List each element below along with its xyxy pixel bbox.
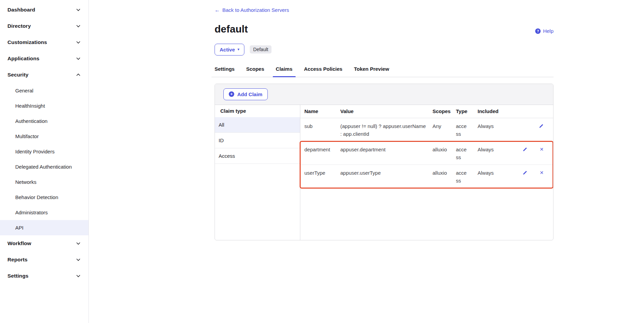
tab-token-preview[interactable]: Token Preview: [351, 66, 392, 77]
delete-claim-button[interactable]: ✕: [540, 147, 544, 152]
tab-bar: Settings Scopes Claims Access Policies T…: [212, 66, 554, 77]
sidebar-item-authentication[interactable]: Authentication: [0, 113, 88, 129]
main-content: ← Back to Authorization Servers ? Help d…: [89, 0, 644, 323]
edit-claim-button[interactable]: [522, 147, 527, 153]
sidebar-item-label: Security: [7, 72, 28, 78]
sidebar-item-settings[interactable]: Settings: [0, 268, 88, 284]
sidebar-item-directory[interactable]: Directory: [0, 18, 88, 34]
help-label: Help: [543, 28, 554, 34]
sidebar-item-security[interactable]: Security: [0, 67, 88, 83]
claim-scopes: Any: [432, 122, 456, 138]
tab-claims[interactable]: Claims: [273, 66, 296, 77]
back-link[interactable]: ← Back to Authorization Servers: [215, 7, 289, 13]
sidebar-item-label: Workflow: [7, 240, 31, 246]
tab-scopes[interactable]: Scopes: [243, 66, 267, 77]
sidebar-item-behavior-detection[interactable]: Behavior Detection: [0, 190, 88, 205]
sidebar-item-dashboard[interactable]: Dashboard: [0, 2, 88, 18]
back-link-label: Back to Authorization Servers: [222, 7, 289, 13]
table-row-sub: sub (appuser != null) ? appuser.userName…: [300, 118, 553, 142]
column-header-type: Type: [456, 108, 478, 114]
claim-name: department: [304, 146, 340, 161]
delete-claim-button[interactable]: ✕: [540, 170, 544, 175]
help-icon: ?: [535, 28, 541, 34]
claims-panel: + Add Claim Claim type All ID Access Nam…: [215, 84, 554, 240]
claim-scopes: alluxio: [432, 146, 456, 161]
sidebar-item-label: Networks: [15, 179, 37, 185]
edit-claim-button[interactable]: [522, 170, 527, 176]
help-link[interactable]: ? Help: [535, 28, 554, 34]
pencil-icon: [522, 147, 527, 152]
add-claim-button[interactable]: + Add Claim: [223, 88, 268, 100]
sidebar-item-label: HealthInsight: [15, 103, 45, 109]
tab-settings[interactable]: Settings: [212, 66, 238, 77]
claim-included: Always: [478, 146, 522, 161]
claim-type-all[interactable]: All: [215, 117, 300, 133]
sidebar-item-healthinsight[interactable]: HealthInsight: [0, 98, 88, 113]
claim-included: Always: [478, 169, 522, 185]
sidebar: Dashboard Directory Customizations Appli…: [0, 0, 89, 323]
sidebar-item-label: General: [15, 88, 33, 93]
sidebar-item-applications[interactable]: Applications: [0, 50, 88, 67]
chevron-down-icon: [76, 57, 80, 60]
sidebar-item-networks[interactable]: Networks: [0, 174, 88, 190]
column-header-value: Value: [340, 108, 432, 114]
sidebar-item-api[interactable]: API: [0, 220, 88, 235]
claims-table: Name Value Scopes Type Included sub (app…: [300, 105, 553, 240]
sidebar-item-label: Identity Providers: [15, 149, 55, 154]
sidebar-item-general[interactable]: General: [0, 83, 88, 98]
row-actions: ✕: [522, 146, 553, 161]
claims-panel-header: + Add Claim: [215, 84, 553, 105]
app-root: Dashboard Directory Customizations Appli…: [0, 0, 644, 323]
plus-circle-icon: +: [229, 91, 234, 97]
sidebar-item-label: Dashboard: [7, 7, 35, 13]
chevron-down-icon: [76, 8, 80, 11]
sidebar-item-customizations[interactable]: Customizations: [0, 34, 88, 50]
row-actions: ✕: [522, 169, 553, 185]
sidebar-item-label: Behavior Detection: [15, 194, 58, 200]
status-row: Active ▾ Default: [215, 44, 554, 56]
column-header-scopes: Scopes: [432, 108, 456, 114]
sidebar-item-reports[interactable]: Reports: [0, 252, 88, 268]
sidebar-item-delegated-authentication[interactable]: Delegated Authentication: [0, 159, 88, 174]
add-claim-label: Add Claim: [237, 91, 262, 97]
sidebar-item-label: Administrators: [15, 210, 48, 215]
chevron-down-icon: [76, 41, 80, 44]
sidebar-item-label: Reports: [7, 257, 27, 263]
claims-panel-body: Claim type All ID Access Name Value Scop…: [215, 105, 553, 240]
sidebar-item-label: API: [15, 225, 23, 231]
caret-down-icon: ▾: [238, 48, 239, 51]
sidebar-item-label: Settings: [7, 273, 28, 279]
pencil-icon: [539, 124, 544, 129]
claim-name: sub: [304, 122, 340, 138]
chevron-down-icon: [76, 258, 80, 261]
row-actions: [522, 122, 553, 138]
claim-included: Always: [478, 122, 522, 138]
sidebar-item-label: Multifactor: [15, 133, 39, 139]
claim-value: appuser.department: [340, 146, 432, 161]
chevron-down-icon: [76, 242, 80, 245]
x-icon: ✕: [540, 170, 544, 175]
edit-claim-button[interactable]: [539, 124, 544, 129]
chevron-up-icon: [76, 73, 80, 76]
sidebar-item-identity-providers[interactable]: Identity Providers: [0, 144, 88, 159]
claim-type: access: [456, 146, 468, 161]
chevron-down-icon: [76, 275, 80, 277]
claim-value: (appuser != null) ? appuser.userName : a…: [340, 122, 432, 138]
claims-table-header: Name Value Scopes Type Included: [300, 105, 553, 118]
sidebar-item-label: Authentication: [15, 118, 47, 124]
status-label: Active: [220, 47, 235, 52]
sidebar-item-multifactor[interactable]: Multifactor: [0, 129, 88, 144]
status-dropdown-button[interactable]: Active ▾: [215, 44, 244, 56]
table-row-usertype: userType appuser.userType alluxio access…: [300, 165, 553, 188]
sidebar-item-administrators[interactable]: Administrators: [0, 205, 88, 220]
sidebar-item-workflow[interactable]: Workflow: [0, 235, 88, 252]
chevron-down-icon: [76, 25, 80, 27]
claim-type-id[interactable]: ID: [215, 133, 300, 148]
claim-name: userType: [304, 169, 340, 185]
tab-access-policies[interactable]: Access Policies: [301, 66, 345, 77]
claim-type-list: Claim type All ID Access: [215, 105, 300, 240]
claim-type: access: [456, 122, 468, 138]
x-icon: ✕: [540, 147, 544, 152]
claim-type-access[interactable]: Access: [215, 148, 300, 164]
column-header-name: Name: [304, 108, 340, 114]
